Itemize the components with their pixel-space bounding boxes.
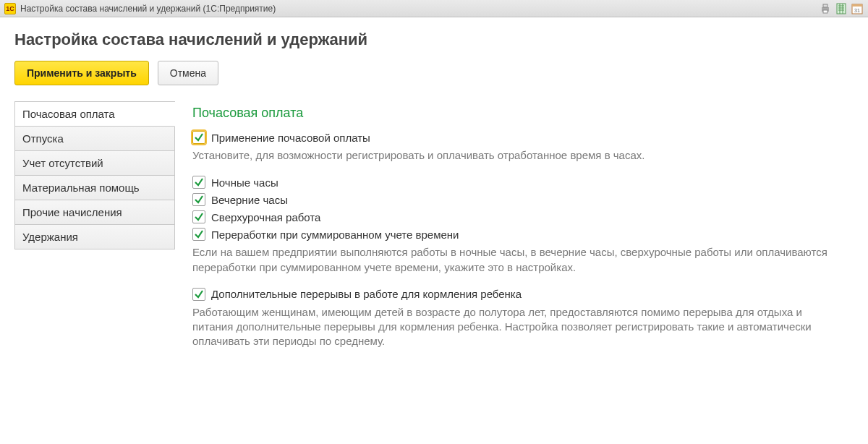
app-logo-icon: 1C bbox=[4, 3, 16, 14]
print-icon[interactable] bbox=[819, 2, 832, 15]
toolbar: Применить и закрыть Отмена bbox=[14, 61, 854, 85]
svg-rect-10 bbox=[852, 4, 862, 7]
section-title: Почасовая оплата bbox=[192, 106, 849, 121]
checkbox-label: Вечерние часы bbox=[211, 194, 288, 206]
checkbox-row-hourly-enable: Применение почасовой оплаты bbox=[192, 131, 849, 144]
sidebar-item-material-aid[interactable]: Материальная помощь bbox=[14, 176, 175, 200]
checkbox-night[interactable] bbox=[192, 176, 205, 189]
checkbox-label: Ночные часы bbox=[211, 176, 278, 189]
calculator-icon[interactable] bbox=[835, 2, 848, 15]
checkbox-overtime[interactable] bbox=[192, 210, 205, 223]
hint-text: Если на вашем предприятии выполняются ра… bbox=[192, 245, 843, 275]
sidebar-item-deductions[interactable]: Удержания bbox=[14, 225, 175, 249]
sidebar-item-other-accruals[interactable]: Прочие начисления bbox=[14, 200, 175, 225]
calendar-icon[interactable]: 31 bbox=[851, 2, 864, 15]
sidebar-item-absences[interactable]: Учет отсутствий bbox=[14, 151, 175, 176]
svg-rect-3 bbox=[837, 4, 846, 14]
svg-rect-2 bbox=[823, 10, 827, 13]
checkbox-label: Переработки при суммированном учете врем… bbox=[211, 229, 459, 241]
sidebar-item-hourly[interactable]: Почасовая оплата bbox=[14, 102, 175, 127]
sidebar: Почасовая оплата Отпуска Учет отсутствий… bbox=[14, 101, 175, 249]
checkbox-hourly-enable[interactable] bbox=[192, 131, 205, 144]
svg-rect-1 bbox=[823, 4, 827, 7]
page-title: Настройка состава начислений и удержаний bbox=[14, 30, 854, 49]
checkbox-feeding-breaks[interactable] bbox=[192, 288, 205, 301]
checkbox-row-evening: Вечерние часы bbox=[192, 193, 849, 206]
checkbox-row-night: Ночные часы bbox=[192, 176, 849, 189]
checkbox-row-overtime: Сверхурочная работа bbox=[192, 210, 849, 223]
checkbox-summarized[interactable] bbox=[192, 228, 205, 241]
checkbox-evening[interactable] bbox=[192, 193, 205, 206]
checkbox-label: Применение почасовой оплаты bbox=[211, 132, 370, 144]
checkbox-row-summarized: Переработки при суммированном учете врем… bbox=[192, 228, 849, 241]
hint-text: Установите, для возможности регистрирова… bbox=[192, 148, 843, 163]
cancel-button[interactable]: Отмена bbox=[158, 61, 218, 85]
checkbox-label: Дополнительные перерывы в работе для кор… bbox=[211, 288, 522, 300]
checkbox-label: Сверхурочная работа bbox=[211, 211, 320, 223]
main-panel: Почасовая оплата Применение почасовой оп… bbox=[175, 101, 854, 362]
checkbox-row-feeding-breaks: Дополнительные перерывы в работе для кор… bbox=[192, 288, 849, 301]
titlebar: 1C Настройка состава начислений и удержа… bbox=[0, 0, 868, 17]
hint-text: Работающим женщинам, имеющим детей в воз… bbox=[192, 305, 843, 349]
svg-text:31: 31 bbox=[854, 8, 860, 13]
apply-close-button[interactable]: Применить и закрыть bbox=[14, 61, 149, 85]
window-title: Настройка состава начислений и удержаний… bbox=[20, 4, 276, 14]
sidebar-item-vacations[interactable]: Отпуска bbox=[14, 127, 175, 151]
